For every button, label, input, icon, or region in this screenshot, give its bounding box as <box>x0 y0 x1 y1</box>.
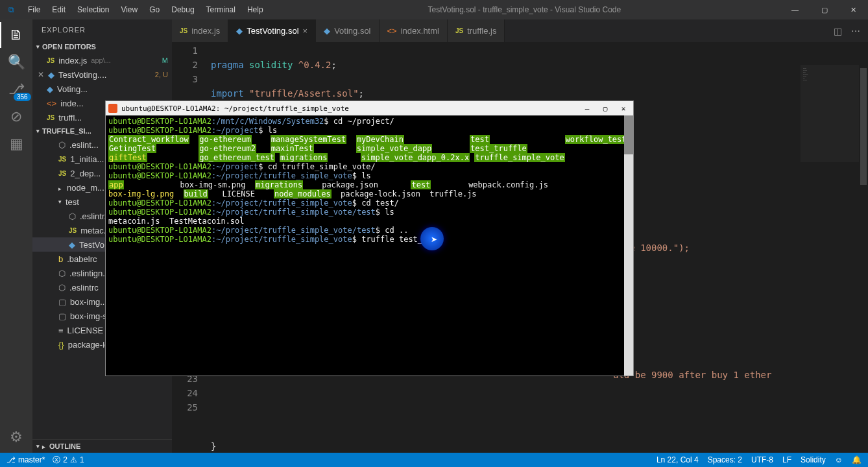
more-icon[interactable]: ⋯ <box>851 26 860 36</box>
terminal-scrollbar[interactable] <box>624 115 633 376</box>
problems-indicator[interactable]: ⓧ2 ⚠1 <box>53 455 84 466</box>
terminal-window: ubuntu@DESKTOP-LO1AMA2: ~/project/truffl… <box>105 101 634 376</box>
menubar: File Edit Selection View Go Debug Termin… <box>23 3 269 17</box>
titlebar: ⧉ File Edit Selection View Go Debug Term… <box>0 0 868 19</box>
error-icon: ⓧ <box>53 455 60 466</box>
tab-indexhtml[interactable]: <>index.html <box>380 19 448 42</box>
js-icon: JS <box>455 27 463 34</box>
encoding[interactable]: UTF-8 <box>751 455 773 464</box>
chevron-right-icon <box>42 442 47 450</box>
close-button[interactable]: ✕ <box>839 0 868 19</box>
editor-item[interactable]: ✕◆TestVoting....2, U <box>32 67 172 82</box>
window-controls: — ▢ ✕ <box>780 0 868 19</box>
editor-actions: ◫ ⋯ <box>834 19 868 42</box>
editor-label: truffl... <box>58 113 82 123</box>
menu-go[interactable]: Go <box>144 3 165 17</box>
explorer-icon[interactable]: 🗎 <box>7 26 25 44</box>
terminal-body[interactable]: ubuntu@DESKTOP-LO1AMA2:/mnt/c/Windows/Sy… <box>106 115 633 376</box>
sol-icon: ◆ <box>69 240 75 250</box>
eslint-icon: ⬡ <box>58 269 66 278</box>
eslint-icon: ⬡ <box>69 211 76 221</box>
search-icon[interactable]: 🔍 <box>7 53 25 71</box>
image-icon: ▢ <box>58 297 66 307</box>
sidebar-header: EXPLORER <box>32 19 172 40</box>
term-minimize-button[interactable]: — <box>580 104 594 113</box>
feedback-icon[interactable]: ☺ <box>835 455 843 464</box>
activitybar: 🗎 🔍 ⎇356 ⊘ ▦ ⚙ <box>0 19 32 453</box>
chevron-down-icon: ▾ <box>58 198 62 205</box>
js-icon: JS <box>58 156 66 163</box>
maximize-button[interactable]: ▢ <box>810 0 839 19</box>
split-editor-icon[interactable]: ◫ <box>834 26 842 36</box>
close-icon[interactable]: ✕ <box>38 70 44 79</box>
license-icon: ≡ <box>58 326 64 335</box>
menu-view[interactable]: View <box>115 3 143 17</box>
image-icon: ▢ <box>58 311 66 321</box>
notifications-icon[interactable]: 🔔 <box>852 455 862 464</box>
js-icon: JS <box>58 170 66 177</box>
tab-testvoting[interactable]: ◆TestVoting.sol× <box>228 19 316 42</box>
gear-icon[interactable]: ⚙ <box>7 428 25 446</box>
tab-voting[interactable]: ◆Voting.sol <box>316 19 379 42</box>
indentation[interactable]: Spaces: 2 <box>708 455 742 464</box>
extensions-icon[interactable]: ▦ <box>7 135 25 153</box>
html-icon: <> <box>387 26 397 36</box>
ubuntu-icon <box>108 104 117 113</box>
js-icon: JS <box>180 27 187 34</box>
chevron-right-icon <box>58 183 63 193</box>
scrollbar-vertical[interactable] <box>859 65 868 453</box>
js-icon: JS <box>69 227 77 234</box>
menu-debug[interactable]: Debug <box>166 3 199 17</box>
vscode-logo-icon: ⧉ <box>0 5 23 14</box>
json-icon: {} <box>58 340 64 350</box>
babel-icon: b <box>58 254 63 264</box>
statusbar: ⎇master* ⓧ2 ⚠1 Ln 22, Col 4 Spaces: 2 UT… <box>0 453 868 467</box>
editor-item[interactable]: ◆Voting... <box>32 82 172 96</box>
menu-help[interactable]: Help <box>242 3 269 17</box>
js-icon: JS <box>47 114 54 121</box>
outline-section[interactable]: OUTLINE <box>32 439 172 453</box>
debug-icon[interactable]: ⊘ <box>7 108 25 126</box>
html-icon: <> <box>47 99 56 108</box>
branch-icon: ⎇ <box>6 455 16 464</box>
scm-badge: 356 <box>14 93 31 101</box>
tab-trufflejs[interactable]: JStruffle.js <box>448 19 505 42</box>
eol[interactable]: LF <box>782 455 791 464</box>
editor-label: index.js <box>58 56 87 66</box>
menu-edit[interactable]: Edit <box>47 3 71 17</box>
sol-icon: ◆ <box>324 26 330 36</box>
term-close-button[interactable]: ✕ <box>616 104 631 113</box>
terminal-title: ubuntu@DESKTOP-LO1AMA2: ~/project/truffl… <box>121 104 349 113</box>
editor-label: inde... <box>60 99 83 108</box>
close-icon[interactable]: × <box>303 26 308 36</box>
editor-label: Voting... <box>57 84 88 94</box>
term-maximize-button[interactable]: ▢ <box>598 104 612 113</box>
editor-item[interactable]: JSindex.js app\...M <box>32 53 172 67</box>
window-title: TestVoting.sol - truffle_simple_vote - V… <box>269 5 780 14</box>
warning-icon: ⚠ <box>70 455 77 464</box>
open-editors-section[interactable]: OPEN EDITORS <box>32 40 172 53</box>
source-control-icon[interactable]: ⎇356 <box>7 80 25 99</box>
js-icon: JS <box>47 57 54 64</box>
menu-terminal[interactable]: Terminal <box>201 3 241 17</box>
terminal-titlebar[interactable]: ubuntu@DESKTOP-LO1AMA2: ~/project/truffl… <box>106 101 633 115</box>
minimize-button[interactable]: — <box>780 0 810 19</box>
menu-selection[interactable]: Selection <box>72 3 114 17</box>
sol-icon: ◆ <box>236 26 243 36</box>
cursor-arrow-icon: ➤ <box>431 235 437 244</box>
branch-indicator[interactable]: ⎇master* <box>6 455 45 464</box>
cursor-position[interactable]: Ln 22, Col 4 <box>657 455 699 464</box>
minimap[interactable]: ▬▬▬▬▬▬▬▬▬▬▬▬▬▬▬▬▬▬▬▬▬▬▬▬▬▬▬▬▬ <box>801 65 859 162</box>
eslint-icon: ⬡ <box>58 283 66 293</box>
terminal-scrollbar-thumb[interactable] <box>624 115 633 154</box>
language-mode[interactable]: Solidity <box>801 455 826 464</box>
eslint-icon: ⬡ <box>58 140 66 150</box>
scrollbar-thumb[interactable] <box>860 68 867 185</box>
menu-file[interactable]: File <box>23 3 45 17</box>
sol-icon: ◆ <box>47 84 53 94</box>
sol-icon: ◆ <box>48 70 54 80</box>
editor-label: TestVoting.... <box>58 70 106 80</box>
tab-indexjs[interactable]: JSindex.js <box>172 19 228 42</box>
editor-tabs: JSindex.js ◆TestVoting.sol× ◆Voting.sol … <box>172 19 868 42</box>
